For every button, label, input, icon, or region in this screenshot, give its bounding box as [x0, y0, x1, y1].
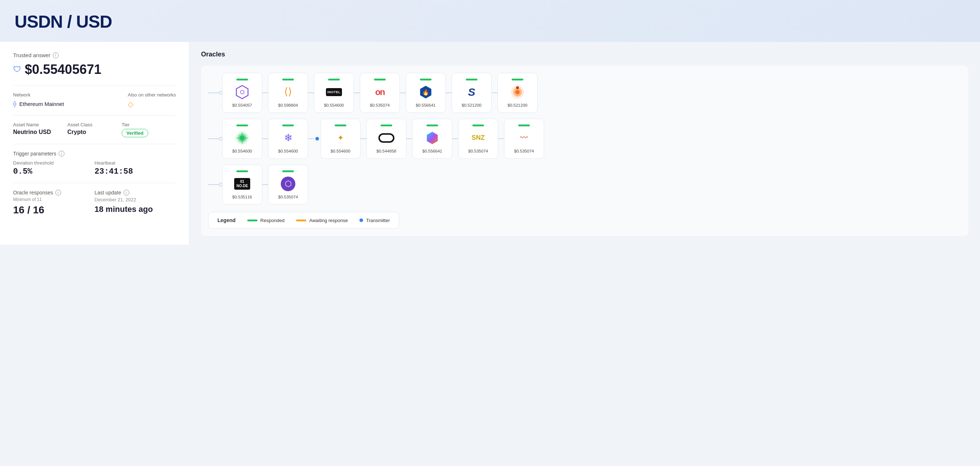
asset-name-value: Neutrino USD [13, 129, 67, 135]
oracle-price-on: $0.535074 [370, 103, 390, 107]
header-banner: USDN / USD [0, 0, 980, 42]
last-update-info-icon[interactable]: i [124, 190, 129, 196]
transmitter-dot [315, 137, 319, 140]
oracle-price-chainlink: $0.554600 [232, 149, 252, 153]
oracles-diagram: ⬡ $0.554057 ⟨⟩ [201, 65, 968, 236]
left-panel: Trusted answer i 🛡 $0.55405671 Network ⟠… [0, 42, 189, 245]
oracle-logo-api3: ❄ [280, 130, 296, 146]
deviation-value: 0.5% [13, 167, 95, 176]
oracle-card-snz[interactable]: SNZ $0.535074 [458, 119, 498, 159]
deviation-label: Deviation threshold [13, 160, 95, 165]
status-bar-polygon [236, 79, 248, 81]
row-connector-1 [208, 92, 219, 93]
oracle-logo-snz: SNZ [470, 130, 486, 146]
row-connector-2 [208, 138, 219, 139]
legend-yellow-bar [296, 219, 306, 221]
oracle-logo-dia: ✦ [332, 130, 348, 146]
oracle-card-oval[interactable]: $0.544858 [366, 119, 406, 159]
oracle-logo-inotel: INOTEL [326, 84, 342, 100]
legend-transmitter: Transmitter [360, 218, 390, 223]
card-connector [406, 138, 412, 139]
legend-label: Legend [217, 217, 235, 223]
svg-marker-14 [427, 132, 438, 144]
oracle-row-2: $0.554600 ❄ $0.554600 [208, 119, 961, 159]
oracle-logo-polygon: ⬡ [234, 84, 250, 100]
oracle-card-worm[interactable]: 〰 $0.535074 [504, 119, 544, 159]
oracle-card-chain2[interactable]: ⬡ $0.535074 [268, 165, 308, 205]
svg-text:🔥: 🔥 [422, 89, 430, 96]
oracle-responses-label: Oracle responses i [13, 190, 95, 196]
oracle-card-band[interactable]: ⟨⟩ $0.598804 [268, 73, 308, 113]
right-panel: Oracles ⬡ [189, 42, 980, 245]
status-bar-chain2 [282, 170, 294, 172]
network-value: ⟠ Ethereum Mainnet [13, 100, 64, 108]
heartbeat-label: Heartbeat [95, 160, 176, 165]
oracle-card-inotel[interactable]: INOTEL $0.554600 [314, 73, 354, 113]
card-connector [452, 138, 458, 139]
responses-grid: Oracle responses i Minimum of 11 16 / 16… [13, 190, 176, 216]
oracle-price-multichain: $0.556641 [422, 149, 442, 153]
oracle-logo-witnet: 🔥 [418, 84, 434, 100]
trusted-answer-label: Trusted answer i [13, 52, 176, 58]
oracle-logo-scry: S [464, 84, 480, 100]
other-networks-icon[interactable]: ◇ [128, 100, 176, 108]
oracle-card-polygon[interactable]: ⬡ $0.554057 [222, 73, 262, 113]
card-connector [262, 92, 268, 93]
status-bar-01node [236, 170, 248, 172]
main-content: Trusted answer i 🛡 $0.55405671 Network ⟠… [0, 42, 980, 259]
trigger-info-icon[interactable]: i [59, 151, 64, 157]
status-bar-pyth [512, 79, 523, 81]
card-connector [492, 92, 498, 93]
responses-section: Oracle responses i Minimum of 11 16 / 16… [13, 190, 176, 216]
oracle-price-snz: $0.535074 [468, 149, 488, 153]
oracle-logo-chain2: ⬡ [280, 176, 296, 192]
trusted-answer-info-icon[interactable]: i [53, 52, 59, 58]
oracle-card-chainlink[interactable]: $0.554600 [222, 119, 262, 159]
oracle-price-oval: $0.544858 [377, 149, 396, 153]
card-connector [361, 138, 366, 139]
status-bar-api3 [282, 124, 294, 126]
verified-badge: Verified [122, 129, 148, 137]
oracle-card-pyth[interactable]: $0.521200 [498, 73, 538, 113]
status-bar-multichain [426, 124, 438, 126]
oracle-logo-01node: 01NO.DE [234, 176, 250, 192]
network-section: Network ⟠ Ethereum Mainnet Also on other… [13, 92, 176, 108]
oracle-price-witnet: $0.556641 [416, 103, 436, 107]
asset-class-value: Crypto [67, 129, 122, 135]
oracle-logo-band: ⟨⟩ [280, 84, 296, 100]
oracle-card-01node[interactable]: 01NO.DE $0.535116 [222, 165, 262, 205]
oracle-card-multichain[interactable]: $0.556641 [412, 119, 452, 159]
legend-blue-dot [360, 218, 363, 222]
oracle-row-3: 01NO.DE $0.535116 ⬡ $0.535074 [208, 165, 961, 205]
oracle-card-witnet[interactable]: 🔥 $0.556641 [406, 73, 446, 113]
status-bar-chainlink [236, 124, 248, 126]
card-connector [262, 184, 268, 185]
last-update-label: Last update i [95, 190, 176, 196]
oracle-responses-info-icon[interactable]: i [56, 190, 61, 196]
status-bar-scry [466, 79, 477, 81]
oracle-card-scry[interactable]: S $0.521200 [452, 73, 492, 113]
oracle-responses-min: Minimum of 11 [13, 197, 95, 202]
card-connector [262, 138, 268, 139]
status-bar-snz [473, 124, 484, 126]
oracle-card-dia[interactable]: ✦ $0.554600 [320, 119, 361, 159]
svg-point-7 [515, 90, 520, 94]
oracle-price-inotel: $0.554600 [324, 103, 344, 107]
trigger-grid: Deviation threshold 0.5% Heartbeat 23:41… [13, 160, 176, 176]
oracle-cards-row-3: 01NO.DE $0.535116 ⬡ $0.535074 [222, 165, 308, 205]
oracle-card-api3[interactable]: ❄ $0.554600 [268, 119, 308, 159]
card-connector [308, 138, 314, 139]
card-connector [498, 138, 504, 139]
oracle-card-on[interactable]: on $0.535074 [360, 73, 400, 113]
oracle-price-dia: $0.554600 [331, 149, 350, 153]
oracle-price-polygon: $0.554057 [232, 103, 252, 107]
status-bar-witnet [420, 79, 431, 81]
oracle-price-01node: $0.535116 [232, 195, 252, 199]
last-update-date: December 21, 2022 [95, 197, 176, 202]
tier-label: Tier [122, 122, 176, 127]
oracle-logo-pyth [509, 84, 525, 100]
status-bar-dia [335, 124, 346, 126]
card-connector [354, 92, 360, 93]
heartbeat-value: 23:41:58 [95, 167, 176, 176]
oracle-row-1: ⬡ $0.554057 ⟨⟩ [208, 73, 961, 113]
